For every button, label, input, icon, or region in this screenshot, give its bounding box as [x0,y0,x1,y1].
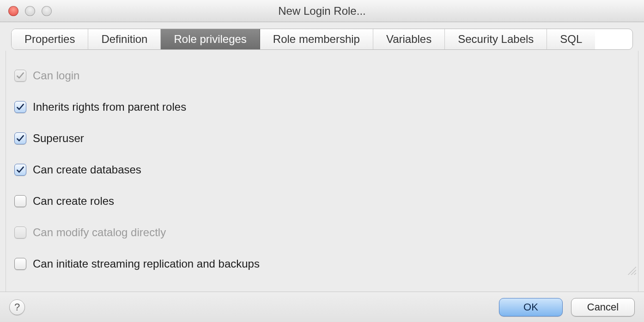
help-icon: ? [14,301,20,313]
tabbar: Properties Definition Role privileges Ro… [11,29,633,50]
option-label: Superuser [33,132,84,145]
option-create-roles: Can create roles [14,195,630,208]
option-superuser: Superuser [14,132,630,145]
tab-label: Definition [101,33,147,46]
option-streaming-replication: Can initiate streaming replication and b… [14,257,630,270]
cancel-button[interactable]: Cancel [571,298,635,316]
checkbox-create-roles[interactable] [14,195,26,207]
svg-line-2 [634,273,636,275]
tab-definition[interactable]: Definition [88,29,161,49]
tab-security-labels[interactable]: Security Labels [445,29,547,49]
tab-variables[interactable]: Variables [373,29,445,49]
check-icon [16,71,25,80]
checkbox-inherits-rights[interactable] [14,101,26,113]
option-label: Inherits rights from parent roles [33,101,186,113]
button-bar: ? OK Cancel [0,292,644,322]
option-label: Can modify catalog directly [33,226,166,239]
option-can-login: Can login [14,69,630,82]
tab-label: Properties [24,33,75,46]
option-modify-catalog: Can modify catalog directly [14,226,630,239]
tab-content: Can login Inherits rights from parent ro… [6,51,638,308]
tab-properties[interactable]: Properties [12,29,88,49]
option-label: Can create roles [33,195,114,208]
button-label: OK [523,301,538,313]
resize-grip-icon [626,265,636,275]
option-label: Can create databases [33,163,141,176]
checkbox-create-databases[interactable] [14,164,26,176]
checkbox-superuser[interactable] [14,132,26,144]
tab-label: Variables [386,33,431,46]
checkbox-streaming-replication[interactable] [14,258,26,270]
window-title: New Login Role... [0,5,644,18]
tab-label: Role membership [273,33,360,46]
tab-label: Security Labels [458,33,534,46]
tab-role-privileges[interactable]: Role privileges [161,29,260,49]
window-zoom-button[interactable] [42,6,52,16]
option-label: Can initiate streaming replication and b… [33,257,260,270]
window-minimize-button[interactable] [25,6,35,16]
tab-sql[interactable]: SQL [547,29,595,49]
option-inherits-rights: Inherits rights from parent roles [14,101,630,113]
tab-label: SQL [560,33,582,46]
check-icon [16,134,25,143]
tab-label: Role privileges [174,33,246,46]
check-icon [16,102,25,112]
checkbox-modify-catalog [14,227,26,239]
window-close-button[interactable] [8,6,18,16]
titlebar: New Login Role... [0,0,644,22]
ok-button[interactable]: OK [499,298,563,316]
checkbox-can-login [14,70,26,82]
traffic-lights [8,6,52,16]
help-button[interactable]: ? [9,299,25,315]
option-label: Can login [33,69,79,82]
tab-wrap: Properties Definition Role privileges Ro… [11,29,633,51]
tab-role-membership[interactable]: Role membership [260,29,373,49]
option-create-databases: Can create databases [14,163,630,176]
check-icon [16,165,25,174]
button-label: Cancel [587,301,619,313]
